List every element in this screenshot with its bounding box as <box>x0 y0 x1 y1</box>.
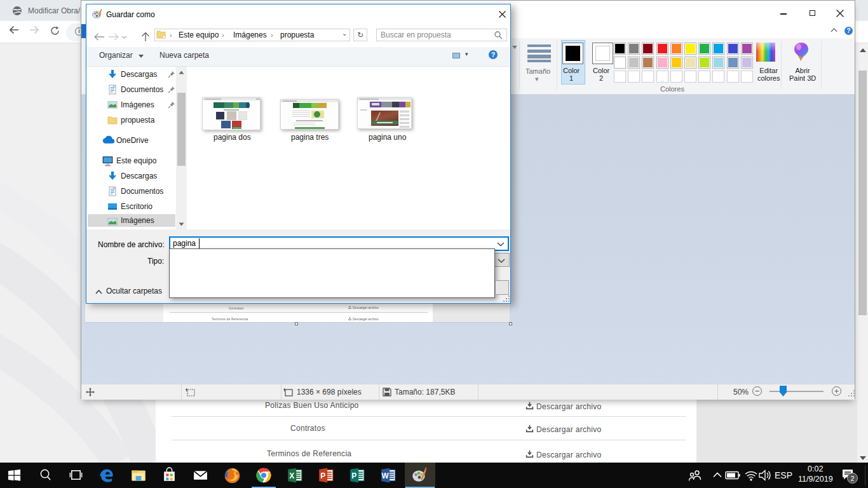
svg-text:P: P <box>351 471 356 480</box>
svg-text:P: P <box>320 471 325 480</box>
svg-text:X: X <box>289 471 294 480</box>
svg-text:W: W <box>382 471 390 480</box>
